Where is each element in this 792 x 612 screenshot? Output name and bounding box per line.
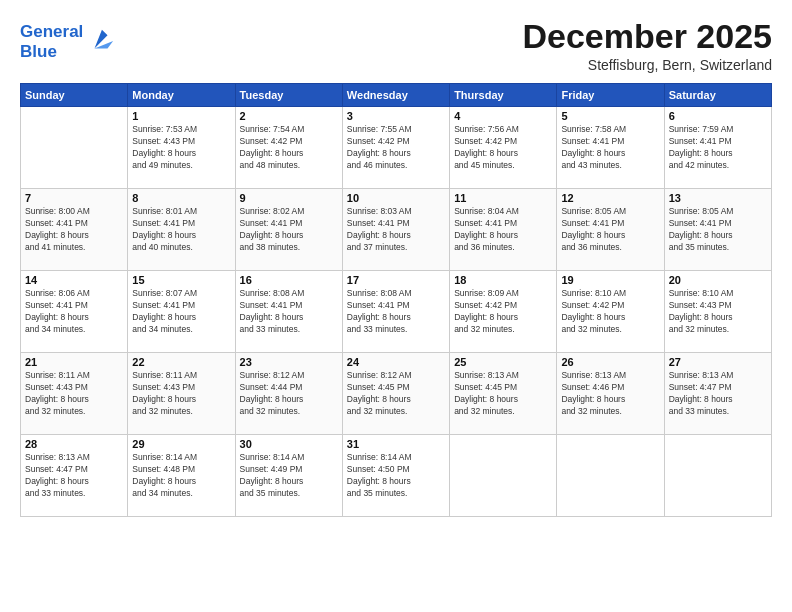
day-info: Sunrise: 8:05 AM Sunset: 4:41 PM Dayligh… — [669, 206, 767, 254]
day-number: 11 — [454, 192, 552, 204]
calendar-cell: 20Sunrise: 8:10 AM Sunset: 4:43 PM Dayli… — [664, 271, 771, 353]
day-number: 20 — [669, 274, 767, 286]
day-info: Sunrise: 8:13 AM Sunset: 4:45 PM Dayligh… — [454, 370, 552, 418]
day-info: Sunrise: 8:14 AM Sunset: 4:48 PM Dayligh… — [132, 452, 230, 500]
day-number: 28 — [25, 438, 123, 450]
calendar-cell: 18Sunrise: 8:09 AM Sunset: 4:42 PM Dayli… — [450, 271, 557, 353]
calendar-cell: 21Sunrise: 8:11 AM Sunset: 4:43 PM Dayli… — [21, 353, 128, 435]
calendar-cell: 24Sunrise: 8:12 AM Sunset: 4:45 PM Dayli… — [342, 353, 449, 435]
calendar-header-thursday: Thursday — [450, 84, 557, 107]
calendar-cell: 10Sunrise: 8:03 AM Sunset: 4:41 PM Dayli… — [342, 189, 449, 271]
day-number: 9 — [240, 192, 338, 204]
day-info: Sunrise: 8:12 AM Sunset: 4:44 PM Dayligh… — [240, 370, 338, 418]
day-info: Sunrise: 8:01 AM Sunset: 4:41 PM Dayligh… — [132, 206, 230, 254]
calendar-cell — [664, 435, 771, 517]
calendar-header-sunday: Sunday — [21, 84, 128, 107]
day-number: 17 — [347, 274, 445, 286]
day-number: 4 — [454, 110, 552, 122]
calendar-cell: 27Sunrise: 8:13 AM Sunset: 4:47 PM Dayli… — [664, 353, 771, 435]
calendar-header-wednesday: Wednesday — [342, 84, 449, 107]
day-info: Sunrise: 8:14 AM Sunset: 4:50 PM Dayligh… — [347, 452, 445, 500]
day-number: 30 — [240, 438, 338, 450]
day-number: 10 — [347, 192, 445, 204]
calendar-header-row: SundayMondayTuesdayWednesdayThursdayFrid… — [21, 84, 772, 107]
calendar-cell: 12Sunrise: 8:05 AM Sunset: 4:41 PM Dayli… — [557, 189, 664, 271]
day-number: 5 — [561, 110, 659, 122]
calendar-cell: 11Sunrise: 8:04 AM Sunset: 4:41 PM Dayli… — [450, 189, 557, 271]
month-title: December 2025 — [522, 18, 772, 55]
calendar-header-monday: Monday — [128, 84, 235, 107]
day-number: 26 — [561, 356, 659, 368]
day-number: 27 — [669, 356, 767, 368]
day-number: 8 — [132, 192, 230, 204]
day-info: Sunrise: 8:13 AM Sunset: 4:47 PM Dayligh… — [669, 370, 767, 418]
logo: General Blue — [20, 22, 115, 61]
calendar-cell: 16Sunrise: 8:08 AM Sunset: 4:41 PM Dayli… — [235, 271, 342, 353]
calendar-cell: 3Sunrise: 7:55 AM Sunset: 4:42 PM Daylig… — [342, 107, 449, 189]
calendar-cell: 2Sunrise: 7:54 AM Sunset: 4:42 PM Daylig… — [235, 107, 342, 189]
page: General Blue December 2025 Steffisburg, … — [0, 0, 792, 612]
day-info: Sunrise: 8:06 AM Sunset: 4:41 PM Dayligh… — [25, 288, 123, 336]
day-info: Sunrise: 8:09 AM Sunset: 4:42 PM Dayligh… — [454, 288, 552, 336]
calendar-cell: 6Sunrise: 7:59 AM Sunset: 4:41 PM Daylig… — [664, 107, 771, 189]
day-info: Sunrise: 8:04 AM Sunset: 4:41 PM Dayligh… — [454, 206, 552, 254]
day-number: 14 — [25, 274, 123, 286]
calendar-cell: 22Sunrise: 8:11 AM Sunset: 4:43 PM Dayli… — [128, 353, 235, 435]
day-number: 12 — [561, 192, 659, 204]
calendar-cell: 29Sunrise: 8:14 AM Sunset: 4:48 PM Dayli… — [128, 435, 235, 517]
calendar-week-row: 7Sunrise: 8:00 AM Sunset: 4:41 PM Daylig… — [21, 189, 772, 271]
day-number: 23 — [240, 356, 338, 368]
day-number: 3 — [347, 110, 445, 122]
day-info: Sunrise: 7:58 AM Sunset: 4:41 PM Dayligh… — [561, 124, 659, 172]
calendar-week-row: 28Sunrise: 8:13 AM Sunset: 4:47 PM Dayli… — [21, 435, 772, 517]
subtitle: Steffisburg, Bern, Switzerland — [522, 57, 772, 73]
calendar-cell: 7Sunrise: 8:00 AM Sunset: 4:41 PM Daylig… — [21, 189, 128, 271]
calendar-cell: 9Sunrise: 8:02 AM Sunset: 4:41 PM Daylig… — [235, 189, 342, 271]
calendar-table: SundayMondayTuesdayWednesdayThursdayFrid… — [20, 83, 772, 517]
calendar-cell: 30Sunrise: 8:14 AM Sunset: 4:49 PM Dayli… — [235, 435, 342, 517]
calendar-cell: 14Sunrise: 8:06 AM Sunset: 4:41 PM Dayli… — [21, 271, 128, 353]
calendar-cell: 4Sunrise: 7:56 AM Sunset: 4:42 PM Daylig… — [450, 107, 557, 189]
day-number: 16 — [240, 274, 338, 286]
day-info: Sunrise: 8:10 AM Sunset: 4:43 PM Dayligh… — [669, 288, 767, 336]
calendar-cell: 13Sunrise: 8:05 AM Sunset: 4:41 PM Dayli… — [664, 189, 771, 271]
day-number: 31 — [347, 438, 445, 450]
calendar-cell: 23Sunrise: 8:12 AM Sunset: 4:44 PM Dayli… — [235, 353, 342, 435]
day-info: Sunrise: 7:56 AM Sunset: 4:42 PM Dayligh… — [454, 124, 552, 172]
day-number: 22 — [132, 356, 230, 368]
calendar-cell: 5Sunrise: 7:58 AM Sunset: 4:41 PM Daylig… — [557, 107, 664, 189]
calendar-week-row: 21Sunrise: 8:11 AM Sunset: 4:43 PM Dayli… — [21, 353, 772, 435]
day-number: 29 — [132, 438, 230, 450]
day-info: Sunrise: 8:12 AM Sunset: 4:45 PM Dayligh… — [347, 370, 445, 418]
logo-text: General Blue — [20, 22, 83, 61]
calendar-week-row: 14Sunrise: 8:06 AM Sunset: 4:41 PM Dayli… — [21, 271, 772, 353]
day-info: Sunrise: 8:11 AM Sunset: 4:43 PM Dayligh… — [25, 370, 123, 418]
day-number: 21 — [25, 356, 123, 368]
day-info: Sunrise: 8:08 AM Sunset: 4:41 PM Dayligh… — [240, 288, 338, 336]
calendar-header-tuesday: Tuesday — [235, 84, 342, 107]
day-info: Sunrise: 8:03 AM Sunset: 4:41 PM Dayligh… — [347, 206, 445, 254]
day-number: 1 — [132, 110, 230, 122]
calendar-cell: 25Sunrise: 8:13 AM Sunset: 4:45 PM Dayli… — [450, 353, 557, 435]
day-info: Sunrise: 8:14 AM Sunset: 4:49 PM Dayligh… — [240, 452, 338, 500]
calendar-cell: 19Sunrise: 8:10 AM Sunset: 4:42 PM Dayli… — [557, 271, 664, 353]
day-info: Sunrise: 8:11 AM Sunset: 4:43 PM Dayligh… — [132, 370, 230, 418]
logo-icon — [87, 26, 115, 54]
calendar-cell — [21, 107, 128, 189]
calendar-cell: 15Sunrise: 8:07 AM Sunset: 4:41 PM Dayli… — [128, 271, 235, 353]
day-info: Sunrise: 8:13 AM Sunset: 4:47 PM Dayligh… — [25, 452, 123, 500]
day-number: 18 — [454, 274, 552, 286]
header: General Blue December 2025 Steffisburg, … — [20, 18, 772, 73]
day-info: Sunrise: 7:54 AM Sunset: 4:42 PM Dayligh… — [240, 124, 338, 172]
calendar-cell: 1Sunrise: 7:53 AM Sunset: 4:43 PM Daylig… — [128, 107, 235, 189]
calendar-cell: 31Sunrise: 8:14 AM Sunset: 4:50 PM Dayli… — [342, 435, 449, 517]
calendar-header-saturday: Saturday — [664, 84, 771, 107]
calendar-cell: 8Sunrise: 8:01 AM Sunset: 4:41 PM Daylig… — [128, 189, 235, 271]
calendar-cell: 17Sunrise: 8:08 AM Sunset: 4:41 PM Dayli… — [342, 271, 449, 353]
day-info: Sunrise: 8:07 AM Sunset: 4:41 PM Dayligh… — [132, 288, 230, 336]
day-info: Sunrise: 7:53 AM Sunset: 4:43 PM Dayligh… — [132, 124, 230, 172]
calendar-cell: 28Sunrise: 8:13 AM Sunset: 4:47 PM Dayli… — [21, 435, 128, 517]
day-info: Sunrise: 8:02 AM Sunset: 4:41 PM Dayligh… — [240, 206, 338, 254]
day-info: Sunrise: 8:05 AM Sunset: 4:41 PM Dayligh… — [561, 206, 659, 254]
day-info: Sunrise: 8:13 AM Sunset: 4:46 PM Dayligh… — [561, 370, 659, 418]
